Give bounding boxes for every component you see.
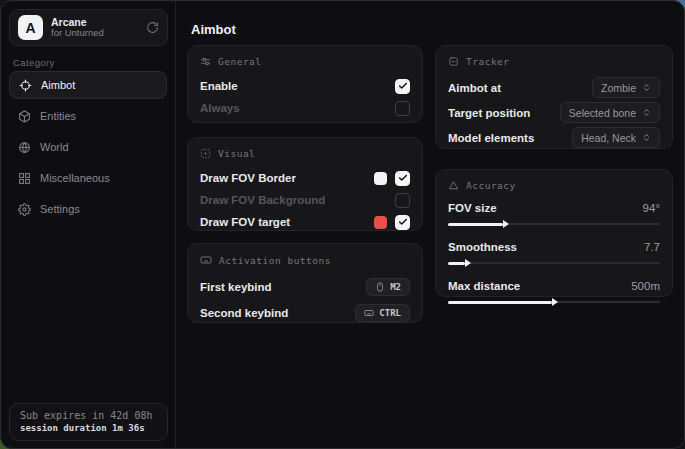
second-keybind-value: CTRL	[379, 308, 401, 318]
general-card: General Enable Always	[187, 45, 423, 123]
fov-size-slider[interactable]	[448, 219, 660, 229]
page-title: Aimbot	[191, 22, 236, 37]
grid-icon	[18, 172, 31, 185]
visual-card: Visual Draw FOV Border Draw FOV Backgrou…	[187, 137, 423, 231]
session-duration-text: session duration 1m 36s	[20, 423, 157, 433]
first-keybind-button[interactable]: M2	[366, 278, 410, 296]
first-keybind-value: M2	[390, 282, 401, 292]
draw-fov-background-checkbox[interactable]	[395, 193, 410, 208]
brand-card: A Arcane for Unturned	[9, 9, 168, 46]
globe-icon	[18, 141, 31, 154]
sub-expires-text: Sub expires in 42d 08h	[20, 410, 157, 421]
card-title: General	[218, 56, 262, 67]
card-title: Activation buttons	[219, 255, 331, 266]
draw-fov-target-label: Draw FOV target	[200, 216, 290, 228]
target-position-label: Target position	[448, 107, 530, 119]
unfold-icon	[642, 83, 651, 92]
fov-size-label: FOV size	[448, 202, 497, 214]
sidebar-item-label: Entities	[40, 110, 76, 122]
sidebar-item-world[interactable]: World	[9, 133, 167, 161]
crosshair-icon	[19, 79, 32, 92]
enable-label: Enable	[200, 80, 238, 92]
card-title: Visual	[218, 148, 255, 159]
brand-text: Arcane for Unturned	[51, 16, 138, 39]
scan-icon	[448, 56, 459, 67]
always-label: Always	[200, 102, 240, 114]
sidebar-item-entities[interactable]: Entities	[9, 102, 167, 130]
triangle-icon	[448, 180, 459, 191]
smoothness-label: Smoothness	[448, 241, 517, 253]
app-window: A Arcane for Unturned Category Aimbot	[0, 0, 685, 449]
brand-subtitle: for Unturned	[51, 28, 138, 39]
second-keybind-button[interactable]: CTRL	[355, 304, 410, 322]
sidebar-item-settings[interactable]: Settings	[9, 195, 167, 223]
second-keybind-label: Second keybind	[200, 307, 288, 319]
smoothness-value: 7.7	[644, 241, 660, 253]
sidebar: A Arcane for Unturned Category Aimbot	[1, 1, 176, 448]
card-title: Accuracy	[466, 180, 516, 191]
draw-fov-background-label: Draw FOV Background	[200, 194, 325, 206]
aimbot-at-value: Zombie	[601, 82, 636, 94]
category-label: Category	[13, 57, 55, 68]
sidebar-item-label: Aimbot	[41, 79, 75, 91]
model-elements-dropdown[interactable]: Head, Neck	[572, 127, 660, 148]
gear-icon	[18, 203, 31, 216]
unfold-icon	[642, 108, 651, 117]
refresh-icon[interactable]	[146, 21, 159, 34]
fov-border-color-swatch[interactable]	[374, 172, 387, 185]
sliders-icon	[200, 56, 211, 67]
fov-size-value: 94°	[643, 202, 660, 214]
sidebar-item-miscellaneous[interactable]: Miscellaneous	[9, 164, 167, 192]
aimbot-at-label: Aimbot at	[448, 82, 501, 94]
first-keybind-label: First keybind	[200, 281, 272, 293]
card-title: Tracker	[466, 56, 510, 67]
sidebar-item-label: Miscellaneous	[40, 172, 110, 184]
sidebar-nav: Aimbot Entities World	[9, 71, 167, 223]
model-elements-value: Head, Neck	[581, 132, 636, 144]
draw-fov-border-checkbox[interactable]	[395, 171, 410, 186]
keyboard-icon	[200, 254, 212, 266]
target-position-value: Selected bone	[569, 107, 636, 119]
brand-logo: A	[18, 15, 43, 40]
tracker-card: Tracker Aimbot at Zombie Target position…	[435, 45, 673, 149]
unfold-icon	[642, 133, 651, 142]
entities-icon	[18, 110, 31, 123]
max-distance-slider[interactable]	[448, 297, 660, 307]
draw-fov-target-checkbox[interactable]	[395, 215, 410, 230]
aimbot-at-dropdown[interactable]: Zombie	[592, 77, 660, 98]
accuracy-card: Accuracy FOV size 94° Smoothness 7.7	[435, 169, 673, 297]
max-distance-value: 500m	[631, 280, 660, 292]
sidebar-item-label: World	[40, 141, 69, 153]
keyboard-icon	[364, 308, 374, 318]
enable-checkbox[interactable]	[395, 79, 410, 94]
visual-icon	[200, 148, 211, 159]
max-distance-label: Max distance	[448, 280, 520, 292]
sidebar-item-label: Settings	[40, 203, 80, 215]
fov-target-color-swatch[interactable]	[374, 216, 387, 229]
model-elements-label: Model elements	[448, 132, 534, 144]
target-position-dropdown[interactable]: Selected bone	[560, 102, 660, 123]
sidebar-item-aimbot[interactable]: Aimbot	[9, 71, 167, 99]
subscription-info-box: Sub expires in 42d 08h session duration …	[9, 403, 168, 441]
mouse-icon	[375, 282, 385, 292]
always-checkbox[interactable]	[395, 101, 410, 116]
draw-fov-border-label: Draw FOV Border	[200, 172, 296, 184]
smoothness-slider[interactable]	[448, 258, 660, 268]
activation-buttons-card: Activation buttons First keybind M2 Seco…	[187, 243, 423, 323]
